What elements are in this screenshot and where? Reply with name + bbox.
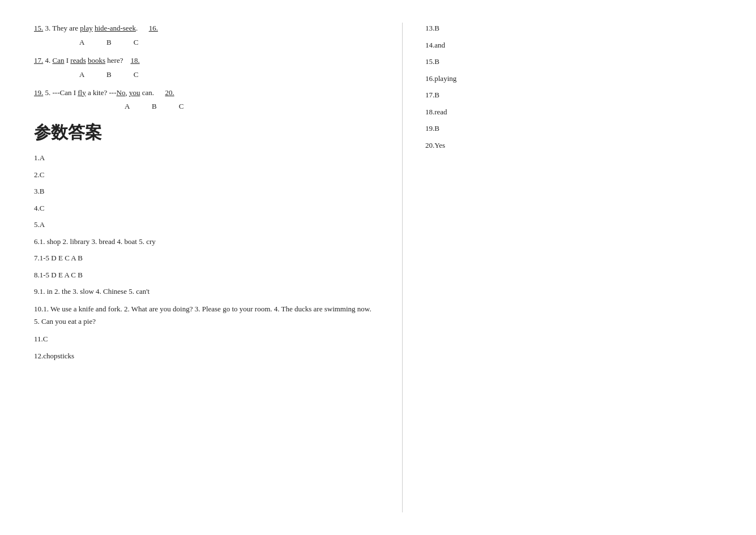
q19-options: A B C [125, 102, 374, 111]
q15-number: 15. [34, 24, 43, 32]
answer-item-3: 3.B [34, 186, 374, 197]
question-block-19: 19. 5. ---Can I fly a kite? ---No, you c… [34, 87, 374, 112]
section-title: 参数答案 [34, 121, 374, 144]
answer-item-5: 5.A [34, 219, 374, 230]
right-answer-13: 13.B [425, 23, 578, 34]
answer-item-1: 1.A [34, 152, 374, 164]
answer-item-9: 9.1. in 2. the 3. slow 4. Chinese 5. can… [34, 286, 374, 297]
q19-number: 19. [34, 88, 43, 97]
q17-number: 17. [34, 56, 43, 65]
q19-text-after: can. [140, 88, 154, 97]
answer-item-7: 7.1-5 D E C A B [34, 252, 374, 264]
q19-underline2: No [117, 88, 126, 97]
right-answer-14: 14.and [425, 40, 578, 51]
q19-underline1: fly [78, 88, 86, 97]
answer-item-2: 2.C [34, 169, 374, 181]
right-answer-17: 17.B [425, 89, 578, 101]
q19-text-mid: a kite? --- [86, 88, 117, 97]
answer-item-10: 10.1. We use a knife and fork. 2. What a… [34, 303, 374, 328]
left-column: 15. 3. They are play hide-and-seek. 16. … [34, 23, 385, 512]
q17-options: A B C [79, 70, 374, 79]
right-column: 13.B 14.and 15.B 16.playing 17.B 18.read… [420, 23, 578, 512]
column-divider [402, 23, 403, 512]
right-answer-16: 16.playing [425, 73, 578, 84]
q17-text-after: here? [105, 56, 123, 65]
q18-number: 18. [130, 56, 139, 65]
right-answer-19: 19.B [425, 123, 578, 134]
q19-text-before: 5. ---Can I [45, 88, 78, 97]
question-line-19: 19. 5. ---Can I fly a kite? ---No, you c… [34, 87, 374, 99]
answer-item-8: 8.1-5 D E A C B [34, 269, 374, 281]
answer-item-6: 6.1. shop 2. library 3. bread 4. boat 5.… [34, 236, 374, 247]
q15-underline1: play [80, 24, 92, 32]
answer-item-12: 12.chopsticks [34, 350, 374, 362]
right-answer-18: 18.read [425, 106, 578, 118]
right-answer-15: 15.B [425, 56, 578, 67]
question-line-17: 17. 4. Can I reads books here? 18. [34, 55, 374, 67]
q17-text-before: 4. [45, 56, 53, 65]
q17-text-mid: I [64, 56, 70, 65]
question-line-15: 15. 3. They are play hide-and-seek. 16. [34, 23, 374, 35]
q15-text-before: 3. They are [45, 24, 80, 32]
q15-text-after: . [136, 24, 138, 32]
right-answer-20: 20.Yes [425, 140, 578, 151]
q15-underline2: hide-and-seek [95, 24, 136, 32]
q16-number: 16. [149, 24, 158, 32]
q17-underline3: books [88, 56, 105, 65]
q20-number: 20. [165, 88, 174, 97]
q15-options: A B C [79, 38, 374, 47]
question-block-17: 17. 4. Can I reads books here? 18. A B C [34, 55, 374, 79]
q19-underline3: you [129, 88, 140, 97]
q17-underline1: Can [53, 56, 65, 65]
q17-underline2: reads [70, 56, 86, 65]
question-block-15: 15. 3. They are play hide-and-seek. 16. … [34, 23, 374, 47]
answer-item-11: 11.C [34, 333, 374, 345]
answer-item-4: 4.C [34, 203, 374, 214]
